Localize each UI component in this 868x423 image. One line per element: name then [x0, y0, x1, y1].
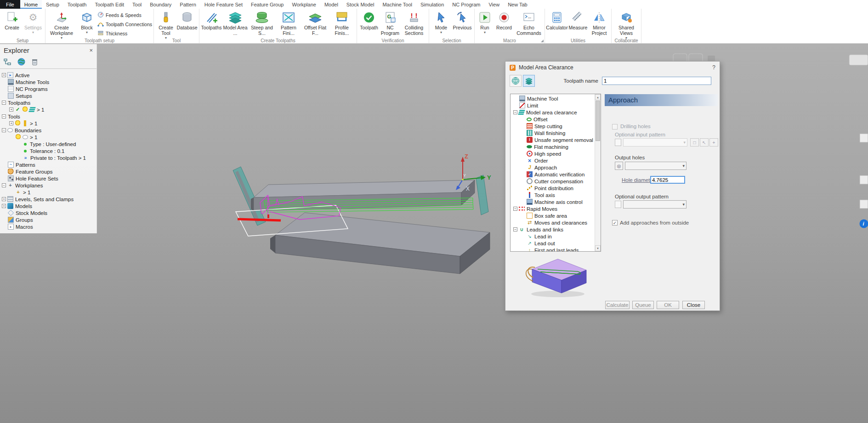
calculator-button[interactable]: Calculator	[546, 9, 567, 31]
tree-item[interactable]: −Model area clearance	[511, 109, 595, 116]
pattern-edit-button[interactable]: □	[690, 138, 699, 147]
tree-item[interactable]: Limit	[511, 102, 595, 109]
colliding-sections-button[interactable]: !! Colliding Sections	[401, 9, 427, 37]
tree-item[interactable]: ✓Automatic verification	[511, 171, 595, 178]
model-area-clearance-button[interactable]: Model Area ...	[222, 9, 249, 37]
input-pattern-swatch[interactable]	[615, 139, 621, 146]
tree-item[interactable]: ▸Macros	[0, 223, 96, 230]
tree-item[interactable]: > 1	[0, 134, 96, 141]
tab-tool[interactable]: Tool	[128, 0, 146, 9]
input-pattern-select[interactable]	[623, 138, 687, 147]
tree-item[interactable]: Point distribution	[511, 185, 595, 192]
cutoff-toolbar[interactable]	[849, 55, 868, 65]
add-approaches-checkbox[interactable]: ✓	[612, 220, 618, 226]
settings-button[interactable]: ⚙ Settings ▾	[23, 9, 44, 35]
tree-item[interactable]: −Boundaries	[0, 127, 96, 134]
verify-toolpath-button[interactable]: Toolpath	[358, 9, 380, 31]
tab-toolpath[interactable]: Toolpath	[63, 0, 91, 9]
thickness-button[interactable]: Thickness	[97, 30, 152, 37]
collapse-icon[interactable]: −	[2, 101, 6, 105]
tab-setup[interactable]: Setup	[42, 0, 63, 9]
tab-new-tab[interactable]: New Tab	[504, 0, 532, 9]
tree-item[interactable]: +▸Active	[0, 72, 96, 79]
tab-pattern[interactable]: Pattern	[176, 0, 200, 9]
tree-item[interactable]: Cutter compensation	[511, 178, 595, 185]
trash-icon[interactable]	[31, 58, 38, 67]
tree-item[interactable]: +> 1	[0, 189, 96, 196]
selection-mode-button[interactable]: Mode ▾	[431, 9, 452, 35]
tree-item[interactable]: Type : User-defined	[0, 141, 96, 147]
tree-item[interactable]: Stock Models	[0, 209, 96, 216]
tree-item[interactable]: NC Programs	[0, 85, 96, 92]
tab-view[interactable]: View	[484, 0, 504, 9]
steep-and-shallow-button[interactable]: Steep and S...	[249, 9, 275, 37]
tree-item[interactable]: −Rapid Moves	[511, 205, 595, 212]
tab-stock-model[interactable]: Stock Model	[342, 0, 379, 9]
create-tool-button[interactable]: Create Tool ▾	[155, 9, 176, 40]
tree-item[interactable]: +> 1	[0, 120, 96, 127]
tab-hole-feature-set[interactable]: Hole Feature Set	[200, 0, 247, 9]
expand-icon[interactable]: +	[9, 121, 13, 125]
calculate-button[interactable]: Calculate	[605, 301, 630, 309]
tab-file[interactable]: File	[0, 0, 20, 9]
hole-diameter-input[interactable]	[650, 176, 685, 184]
tree-item[interactable]: Tolerance : 0.1	[0, 147, 96, 154]
collapse-icon[interactable]: −	[513, 207, 517, 211]
tree-item[interactable]: +Levels, Sets and Clamps	[0, 196, 96, 203]
tree-item[interactable]: !Unsafe segment removal	[511, 136, 595, 143]
collapse-icon[interactable]: −	[2, 128, 6, 132]
hole-diameter-label[interactable]: Hole diameter	[622, 177, 655, 183]
tab-home[interactable]: Home	[20, 0, 42, 9]
globe-icon[interactable]	[17, 58, 25, 67]
expand-icon[interactable]: +	[2, 73, 6, 77]
scrollbar-thumb[interactable]	[596, 101, 600, 141]
output-holes-select[interactable]	[625, 162, 686, 170]
tree-item[interactable]: Feature Groups	[0, 168, 96, 175]
tree-item[interactable]: Step cutting	[511, 123, 595, 130]
strategy-layers-button[interactable]	[523, 75, 535, 87]
queue-button[interactable]: Queue	[632, 301, 654, 309]
tab-toolpath-edit[interactable]: Toolpath Edit	[91, 0, 128, 9]
tree-item[interactable]: −Toolpaths	[0, 99, 96, 106]
toolpath-name-input[interactable]	[602, 77, 711, 85]
tree-item[interactable]: ↕First and last leads	[511, 247, 595, 252]
collapse-icon[interactable]: −	[2, 183, 6, 187]
macro-record-button[interactable]: Record	[494, 9, 515, 31]
collapse-icon[interactable]: −	[2, 114, 6, 118]
tree-item[interactable]: +✓> 1	[0, 106, 96, 113]
tree-item[interactable]: ~Patterns	[0, 161, 96, 168]
output-pattern-select[interactable]	[623, 200, 686, 209]
tree-item[interactable]: Hole Feature Sets	[0, 175, 96, 182]
create-workplane-button[interactable]: Create Workplane ▾	[47, 9, 76, 40]
toolpath-connections-button[interactable]: Toolpath Connections	[97, 21, 152, 28]
scroll-down-icon[interactable]: ▼	[595, 245, 601, 251]
pattern-finishing-button[interactable]: Pattern Fini...	[275, 9, 302, 37]
profile-finishing-button[interactable]: Profile Finis...	[329, 9, 355, 37]
collapse-icon[interactable]: −	[513, 227, 517, 231]
measure-button[interactable]: Measure	[567, 9, 589, 31]
tree-item[interactable]: ×Order	[511, 157, 595, 164]
feeds-speeds-button[interactable]: Feeds & Speeds	[97, 11, 152, 19]
tree-item[interactable]: »Private to : Toolpath > 1	[0, 154, 96, 161]
tree-item[interactable]: Machine Tool	[511, 95, 595, 102]
pattern-create-button[interactable]: +	[709, 138, 718, 147]
tab-nc-program[interactable]: NC Program	[448, 0, 484, 9]
tab-boundary[interactable]: Boundary	[146, 0, 176, 9]
tree-item[interactable]: Offset	[511, 116, 595, 123]
tree-item[interactable]: High speed	[511, 150, 595, 157]
close-button[interactable]: Close	[682, 301, 705, 309]
ok-button[interactable]: OK	[657, 301, 679, 309]
verify-nc-program-button[interactable]: G NC Program	[380, 9, 401, 37]
block-button[interactable]: Block ▾	[76, 9, 97, 35]
tree-view-icon[interactable]	[4, 58, 11, 67]
close-icon[interactable]: ×	[89, 47, 93, 54]
tab-model[interactable]: Model	[320, 0, 342, 9]
tree-item[interactable]: Tool axis	[511, 192, 595, 198]
strategy-sphere-button[interactable]	[510, 75, 522, 87]
tree-item[interactable]: +Models	[0, 203, 96, 209]
tab-workplane[interactable]: Workplane	[288, 0, 320, 9]
offset-flat-finishing-button[interactable]: Offset Flat F...	[302, 9, 329, 37]
expand-icon[interactable]: +	[9, 107, 13, 112]
scrollbar[interactable]: ▲ ▼	[595, 94, 601, 251]
tree-item[interactable]: JApproach	[511, 164, 595, 171]
